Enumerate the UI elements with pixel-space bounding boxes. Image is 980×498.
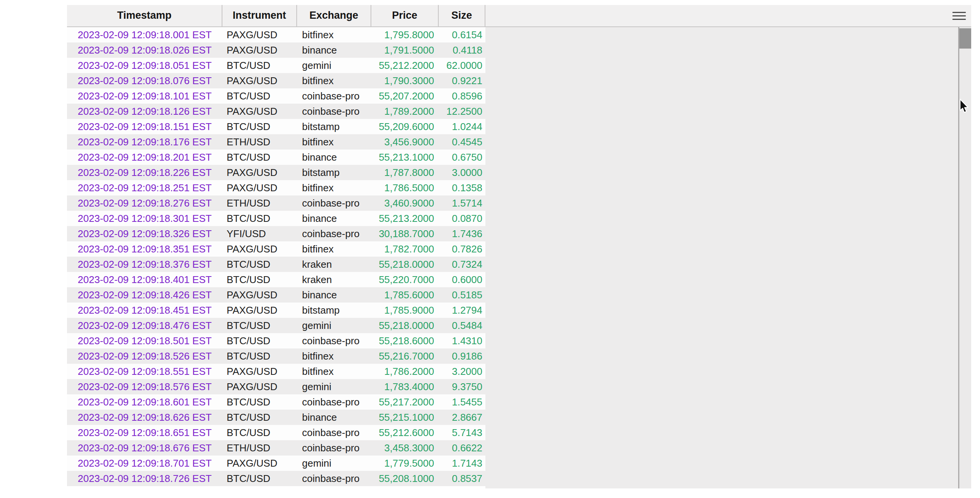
cell-instrument: PAXG/USD (222, 364, 297, 379)
cell-size: 1.5714 (439, 195, 485, 211)
cell-size: 0.6000 (439, 272, 485, 287)
table-row: 2023-02-09 12:09:18.701 EST PAXG/USD gem… (67, 456, 485, 471)
cell-exchange: coinbase-pro (297, 333, 371, 348)
cell-exchange: bitfinex (297, 180, 371, 195)
cell-price: 3,458.3000 (371, 440, 439, 456)
column-header-instrument: Instrument (222, 5, 297, 26)
cell-exchange: coinbase-pro (297, 425, 371, 440)
table-row: 2023-02-09 12:09:18.076 EST PAXG/USD bit… (67, 73, 485, 88)
cell-price: 1,786.5000 (371, 180, 439, 195)
cell-exchange: coinbase-pro (297, 226, 371, 241)
cell-timestamp: 2023-02-09 12:09:18.526 EST (67, 348, 222, 364)
cell-price: 1,795.8000 (371, 27, 439, 42)
cell-exchange: bitfinex (297, 241, 371, 257)
table-row: 2023-02-09 12:09:18.201 EST BTC/USD bina… (67, 150, 485, 165)
cell-instrument: PAXG/USD (222, 456, 297, 471)
cell-timestamp: 2023-02-09 12:09:18.376 EST (67, 257, 222, 272)
table-row: 2023-02-09 12:09:18.051 EST BTC/USD gemi… (67, 58, 485, 73)
cell-price: 3,456.9000 (371, 134, 439, 150)
cell-size: 5.7143 (439, 425, 485, 440)
cell-instrument: ETH/USD (222, 195, 297, 211)
cell-price: 1,786.2000 (371, 364, 439, 379)
cell-instrument: BTC/USD (222, 394, 297, 410)
cell-exchange: binance (297, 410, 371, 425)
cell-instrument: PAXG/USD (222, 287, 297, 303)
table-row: 2023-02-09 12:09:18.151 EST BTC/USD bits… (67, 119, 485, 134)
cell-price: 55,209.6000 (371, 119, 439, 134)
cell-size: 1.7436 (439, 226, 485, 241)
cell-exchange: kraken (297, 272, 371, 287)
vertical-scrollbar[interactable] (958, 27, 971, 488)
cell-timestamp: 2023-02-09 12:09:18.251 EST (67, 180, 222, 195)
table-row: 2023-02-09 12:09:18.376 EST BTC/USD krak… (67, 257, 485, 272)
cell-price: 1,791.5000 (371, 42, 439, 58)
cell-price: 55,212.2000 (371, 58, 439, 73)
table-row: 2023-02-09 12:09:18.551 EST PAXG/USD bit… (67, 364, 485, 379)
table-row: 2023-02-09 12:09:18.626 EST BTC/USD bina… (67, 410, 485, 425)
cell-exchange: coinbase-pro (297, 104, 371, 119)
cell-instrument: PAXG/USD (222, 104, 297, 119)
table-row: 2023-02-09 12:09:18.401 EST BTC/USD krak… (67, 272, 485, 287)
cell-instrument: PAXG/USD (222, 73, 297, 88)
cell-instrument: PAXG/USD (222, 180, 297, 195)
cell-price: 1,785.6000 (371, 287, 439, 303)
column-header-size: Size (439, 5, 485, 26)
table-row: 2023-02-09 12:09:18.526 EST BTC/USD bitf… (67, 348, 485, 364)
cell-instrument: BTC/USD (222, 471, 297, 486)
cell-size: 0.4545 (439, 134, 485, 150)
cell-instrument: PAXG/USD (222, 303, 297, 318)
cell-instrument: PAXG/USD (222, 379, 297, 394)
cell-timestamp: 2023-02-09 12:09:18.501 EST (67, 333, 222, 348)
cell-size: 0.4118 (439, 42, 485, 58)
cell-price: 55,218.0000 (371, 318, 439, 333)
cell-price: 1,787.8000 (371, 165, 439, 180)
cell-size: 0.7324 (439, 257, 485, 272)
cell-timestamp: 2023-02-09 12:09:18.551 EST (67, 364, 222, 379)
cell-price: 55,218.6000 (371, 333, 439, 348)
cell-timestamp: 2023-02-09 12:09:18.401 EST (67, 272, 222, 287)
cell-size: 2.8667 (439, 410, 485, 425)
table-row: 2023-02-09 12:09:18.176 EST ETH/USD bitf… (67, 134, 485, 150)
cell-instrument: BTC/USD (222, 211, 297, 226)
cell-instrument: ETH/USD (222, 440, 297, 456)
table-row: 2023-02-09 12:09:18.601 EST BTC/USD coin… (67, 394, 485, 410)
cell-timestamp: 2023-02-09 12:09:18.326 EST (67, 226, 222, 241)
scrollbar-thumb[interactable] (959, 28, 971, 49)
table-row: 2023-02-09 12:09:18.501 EST BTC/USD coin… (67, 333, 485, 348)
cell-instrument: BTC/USD (222, 88, 297, 104)
table-row: 2023-02-09 12:09:18.426 EST PAXG/USD bin… (67, 287, 485, 303)
table-row: 2023-02-09 12:09:18.451 EST PAXG/USD bit… (67, 303, 485, 318)
cell-size: 0.9221 (439, 73, 485, 88)
cell-timestamp: 2023-02-09 12:09:18.276 EST (67, 195, 222, 211)
cell-instrument: BTC/USD (222, 272, 297, 287)
cell-price: 55,212.6000 (371, 425, 439, 440)
cell-price: 1,779.5000 (371, 456, 439, 471)
cell-size: 1.2794 (439, 303, 485, 318)
cell-timestamp: 2023-02-09 12:09:18.476 EST (67, 318, 222, 333)
cell-exchange: bitfinex (297, 364, 371, 379)
table-row: 2023-02-09 12:09:18.126 EST PAXG/USD coi… (67, 104, 485, 119)
table-empty-area (485, 27, 958, 488)
cell-instrument: BTC/USD (222, 318, 297, 333)
table-row: 2023-02-09 12:09:18.651 EST BTC/USD coin… (67, 425, 485, 440)
cell-size: 9.3750 (439, 379, 485, 394)
cell-price: 1,782.7000 (371, 241, 439, 257)
table-row: 2023-02-09 12:09:18.676 EST ETH/USD coin… (67, 440, 485, 456)
cell-size: 0.1358 (439, 180, 485, 195)
cell-instrument: BTC/USD (222, 410, 297, 425)
cell-exchange: gemini (297, 379, 371, 394)
cell-size: 1.4310 (439, 333, 485, 348)
cell-size: 12.2500 (439, 104, 485, 119)
cell-exchange: bitfinex (297, 134, 371, 150)
cell-size: 0.5185 (439, 287, 485, 303)
cell-instrument: PAXG/USD (222, 42, 297, 58)
cell-instrument: PAXG/USD (222, 241, 297, 257)
hamburger-menu-icon[interactable] (952, 12, 966, 20)
table-row: 2023-02-09 12:09:18.326 EST YFI/USD coin… (67, 226, 485, 241)
cell-exchange: coinbase-pro (297, 394, 371, 410)
cell-timestamp: 2023-02-09 12:09:18.451 EST (67, 303, 222, 318)
cell-exchange: coinbase-pro (297, 440, 371, 456)
table-row: 2023-02-09 12:09:18.026 EST PAXG/USD bin… (67, 42, 485, 58)
cell-exchange: coinbase-pro (297, 195, 371, 211)
app-window: Timestamp Instrument Exchange Price Size… (0, 0, 980, 498)
